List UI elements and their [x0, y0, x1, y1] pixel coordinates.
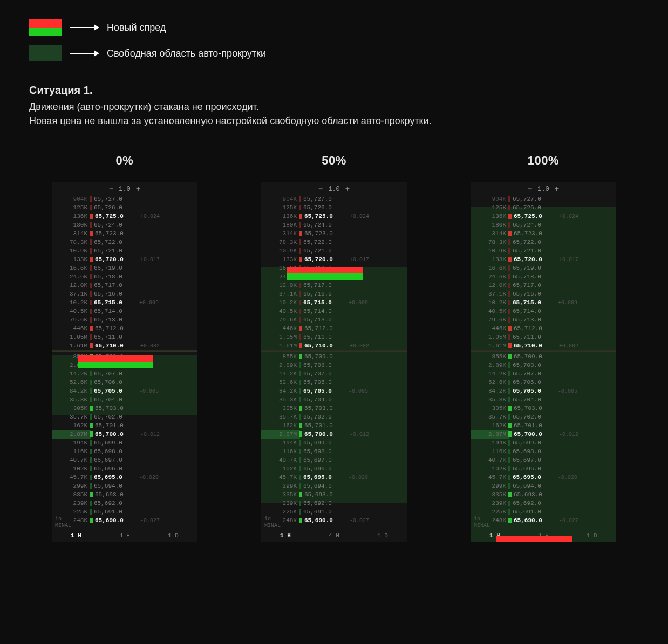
ask-row[interactable]: 446K65,712.0	[261, 324, 407, 333]
ask-row[interactable]: 12.0K65,717.0	[261, 281, 407, 290]
ask-row[interactable]: 37.1K65,716.0	[52, 290, 197, 298]
ask-row[interactable]: 1.05M65,711.0	[261, 333, 407, 341]
ask-row[interactable]: 125K65,726.0	[471, 203, 616, 212]
bid-row[interactable]: 335K65,693.0	[471, 490, 616, 499]
ask-row[interactable]: 904K65,727.0	[261, 195, 407, 203]
ask-row[interactable]: 136K65,725.0+0.024	[261, 212, 407, 221]
bid-row[interactable]: 35.7K65,702.0	[471, 413, 616, 421]
bid-row[interactable]: 2.87M65,700.0-0.012	[52, 430, 197, 439]
timeframe-tab[interactable]: 1 D	[377, 532, 388, 539]
bid-row[interactable]: 299K65,694.0	[52, 482, 197, 490]
ask-row[interactable]: 79.6K65,713.0	[261, 316, 407, 324]
bid-row[interactable]: 855K65,709.0	[471, 352, 616, 361]
bid-row[interactable]: 335K65,693.0	[261, 490, 407, 499]
ask-row[interactable]: 16.6K65,719.0	[52, 264, 197, 272]
bid-row[interactable]: 40.7K65,697.0	[261, 456, 407, 464]
bid-row[interactable]: 84.2K65,705.0-0.005	[261, 387, 407, 395]
bid-row[interactable]: 102K65,696.0	[471, 464, 616, 473]
ask-row[interactable]: 446K65,712.0	[52, 324, 197, 333]
timeframe-tab[interactable]: 4 H	[538, 532, 549, 539]
ask-row[interactable]: 180K65,724.0	[52, 221, 197, 229]
bid-row[interactable]: 84.2K65,705.0-0.005	[52, 387, 197, 395]
bid-row[interactable]: 162K65,701.0	[261, 421, 407, 430]
ask-row[interactable]: 1.05M65,711.0	[52, 333, 197, 341]
ask-row[interactable]: 16.6K65,719.0	[471, 264, 616, 272]
ask-row[interactable]: 40.5K65,714.0	[261, 307, 407, 316]
bid-row[interactable]: 299K65,694.0	[261, 482, 407, 490]
bid-row[interactable]: 35.3K65,704.0	[52, 395, 197, 404]
ask-row[interactable]: 136K65,725.0+0.024	[52, 212, 197, 221]
ask-row[interactable]: 10.2K65,715.0+0.009	[261, 298, 407, 307]
ask-row[interactable]: 24.6K65,718.0	[261, 272, 407, 281]
timeframe-tab[interactable]: 4 H	[119, 532, 130, 539]
bid-row[interactable]: 248K65,690.0-0.027	[261, 516, 407, 525]
bid-row[interactable]: 239K65,692.0	[52, 499, 197, 508]
ask-row[interactable]: 37.1K65,716.0	[261, 290, 407, 298]
ask-row[interactable]: 1.61M65,710.0+0.002	[261, 341, 407, 350]
bid-row[interactable]: 194K65,699.0	[471, 439, 616, 447]
bid-row[interactable]: 225K65,691.0	[471, 508, 616, 516]
bid-row[interactable]: 2.89K65,708.0	[471, 361, 616, 369]
ask-row[interactable]: 314K65,723.0	[52, 229, 197, 238]
ask-row[interactable]: 1.61M65,710.0+0.002	[52, 341, 197, 350]
timeframe-tab[interactable]: 1 H	[489, 532, 500, 539]
ask-row[interactable]: 314K65,723.0	[261, 229, 407, 238]
tick-plus-button[interactable]: +	[345, 185, 350, 194]
ask-row[interactable]: 136K65,725.0+0.024	[471, 212, 616, 221]
bid-row[interactable]: 305K65,703.0	[471, 404, 616, 413]
ask-row[interactable]: 12.0K65,717.0	[471, 281, 616, 290]
bid-row[interactable]: 14.2K65,707.0	[52, 369, 197, 378]
bid-row[interactable]: 40.7K65,697.0	[52, 456, 197, 464]
bid-row[interactable]: 225K65,691.0	[52, 508, 197, 516]
ask-row[interactable]: 78.3K65,722.0	[52, 238, 197, 246]
bid-row[interactable]: 855K65,709.0	[52, 352, 197, 361]
ask-row[interactable]: 314K65,723.0	[471, 229, 616, 238]
bid-row[interactable]: 335K65,693.0	[52, 490, 197, 499]
tick-minus-button[interactable]: −	[528, 185, 532, 194]
ask-row[interactable]: 24.6K65,718.0	[471, 272, 616, 281]
bid-row[interactable]: 52.6K65,706.0	[261, 378, 407, 387]
bid-row[interactable]: 40.7K65,697.0	[471, 456, 616, 464]
timeframe-tab[interactable]: 1 D	[168, 532, 179, 539]
bid-row[interactable]: 35.7K65,702.0	[52, 413, 197, 421]
timeframe-tab[interactable]: 4 H	[329, 532, 339, 539]
bid-row[interactable]: 116K65,698.0	[471, 447, 616, 456]
bid-row[interactable]: 194K65,699.0	[261, 439, 407, 447]
tick-plus-button[interactable]: +	[136, 185, 140, 194]
bid-row[interactable]: 2.89K65,708.0	[52, 361, 197, 369]
bid-row[interactable]: 116K65,698.0	[261, 447, 407, 456]
ask-row[interactable]: 133K65,720.0+0.017	[471, 255, 616, 264]
tick-minus-button[interactable]: −	[318, 185, 323, 194]
ask-row[interactable]: 1.05M65,711.0	[471, 333, 616, 341]
bid-row[interactable]: 299K65,694.0	[471, 482, 616, 490]
ask-row[interactable]: 904K65,727.0	[52, 195, 197, 203]
bid-row[interactable]: 102K65,696.0	[52, 464, 197, 473]
ask-row[interactable]: 79.6K65,713.0	[52, 316, 197, 324]
timeframe-tab[interactable]: 1 D	[587, 532, 597, 539]
ask-row[interactable]: 10.2K65,715.0+0.009	[471, 298, 616, 307]
bid-row[interactable]: 239K65,692.0	[261, 499, 407, 508]
bid-row[interactable]: 14.2K65,707.0	[261, 369, 407, 378]
bid-row[interactable]: 194K65,699.0	[52, 439, 197, 447]
ask-row[interactable]: 40.5K65,714.0	[471, 307, 616, 316]
bid-row[interactable]: 52.6K65,706.0	[52, 378, 197, 387]
ask-row[interactable]: 133K65,720.0+0.017	[261, 255, 407, 264]
bid-row[interactable]: 2.87M65,700.0-0.012	[471, 430, 616, 439]
bid-row[interactable]: 45.7K65,695.0-0.020	[471, 473, 616, 482]
ask-row[interactable]: 79.6K65,713.0	[471, 316, 616, 324]
ask-row[interactable]: 133K65,720.0+0.017	[52, 255, 197, 264]
bid-row[interactable]: 35.3K65,704.0	[471, 395, 616, 404]
bid-row[interactable]: 102K65,696.0	[261, 464, 407, 473]
bid-row[interactable]: 248K65,690.0-0.027	[471, 516, 616, 525]
ask-row[interactable]: 12.0K65,717.0	[52, 281, 197, 290]
bid-row[interactable]: 305K65,703.0	[261, 404, 407, 413]
bid-row[interactable]: 45.7K65,695.0-0.020	[52, 473, 197, 482]
bid-row[interactable]: 52.6K65,706.0	[471, 378, 616, 387]
tick-minus-button[interactable]: −	[109, 185, 113, 194]
ask-row[interactable]: 180K65,724.0	[261, 221, 407, 229]
timeframe-tab[interactable]: 1 H	[71, 532, 81, 539]
bid-row[interactable]: 162K65,701.0	[471, 421, 616, 430]
bid-row[interactable]: 225K65,691.0	[261, 508, 407, 516]
ask-row[interactable]: 10.2K65,715.0+0.009	[52, 298, 197, 307]
ask-row[interactable]: 10.9K65,721.0	[52, 246, 197, 255]
